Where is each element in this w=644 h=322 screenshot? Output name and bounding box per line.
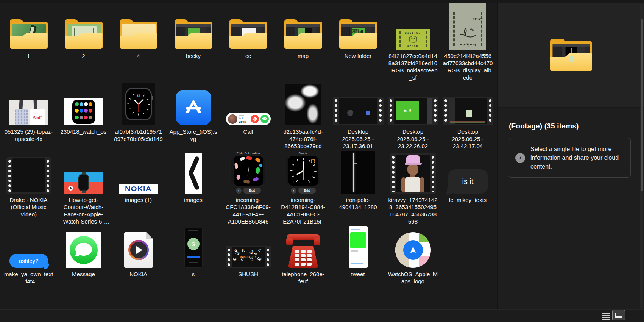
file-tile[interactable]: iron-pole-4904134_1280 xyxy=(331,151,385,225)
file-thumbnail: MON10 xyxy=(122,81,155,125)
scrollbar-track[interactable] xyxy=(640,4,643,309)
folder-icon xyxy=(175,10,212,50)
file-grid: 124beckyccmapWHO'S CALLINGNew folderDIGI… xyxy=(0,3,497,309)
file-name: cc xyxy=(245,52,251,59)
file-tile[interactable]: NOKIA xyxy=(111,225,166,296)
file-tile[interactable]: Message xyxy=(56,225,111,296)
video-thumbnail: 3333333333MUSICALITY xyxy=(226,225,271,268)
video-thumbnail xyxy=(390,151,436,194)
file-tile[interactable]: 3333333333MUSICALITYSHUSH xyxy=(221,225,276,296)
file-name: Desktop 2025.06.25 - 23.22.26.02 xyxy=(388,128,438,150)
folder-icon xyxy=(10,10,48,50)
file-thumbnail: Simple♪↑Edit xyxy=(285,151,321,194)
file-tile[interactable]: WatchOS_Apple_Maps_logo xyxy=(385,225,440,296)
info-text: Select a single file to get more informa… xyxy=(530,145,624,171)
file-tile[interactable]: Drake - NOKIA (Official Music Video) xyxy=(1,151,56,225)
file-name: Call xyxy=(243,128,253,135)
folder-icon: WHO'S CALLING xyxy=(339,10,377,50)
file-tile[interactable]: kiravvy_1749741428_3653415502495164787_4… xyxy=(385,151,440,225)
file-name: af07bf37b1d19571897e70bf05c9d149 xyxy=(114,128,164,142)
file-thumbnail: Staff xyxy=(9,81,48,125)
file-tile[interactable]: d2c135aa-fc4d-474e-876f-86653bce79cd xyxy=(276,81,331,151)
file-name: 230418_watch_os xyxy=(61,128,107,135)
file-tile[interactable]: Freigabe12:31450e214f4f2a4556ad77033cbd4… xyxy=(440,10,495,81)
svg-text:♪: ♪ xyxy=(292,180,293,184)
file-name: Drake - NOKIA (Official Music Video) xyxy=(4,196,54,218)
info-icon: i xyxy=(515,153,525,163)
file-thumbnail: DIGITALSPACE xyxy=(396,10,430,50)
selection-summary: (Footage) (35 items) xyxy=(509,122,633,130)
file-tile[interactable]: becky xyxy=(166,10,221,81)
file-tile[interactable]: map xyxy=(276,10,331,81)
file-name: 450e214f4f2a4556ad77033cbd44c470_RGB_dis… xyxy=(443,52,493,81)
file-name: incoming-CFC1A338-8F09-441E-AF4F-A100EB8… xyxy=(223,196,273,225)
file-name: 84f21827ce0a4d148a3137bfd216ed10_RGB_nok… xyxy=(388,52,438,81)
info-box: i Select a single file to get more infor… xyxy=(509,138,631,178)
file-name: telephone_260e-fe0f xyxy=(278,270,328,285)
file-name: Desktop 2025.06.25 - 23.42.17.04 xyxy=(443,128,493,150)
file-tile[interactable]: is itle_mikey_texts xyxy=(440,151,495,225)
file-tile[interactable]: Desktop 2025.06.25 - 23.42.17.04 xyxy=(440,81,495,151)
file-thumbnail: is it xyxy=(448,151,488,194)
file-tile[interactable]: DIGITALSPACE84f21827ce0a4d148a3137bfd216… xyxy=(385,10,440,81)
file-name: incoming-D412B194-C884-4AC1-8BEC-E2A70F2… xyxy=(278,196,328,225)
file-tile[interactable]: NOKIAimages (1) xyxy=(111,151,166,225)
scrollbar-thumb[interactable] xyxy=(641,19,643,191)
file-name: images xyxy=(184,196,202,203)
file-thumbnail xyxy=(349,225,368,268)
file-tile[interactable]: tweet xyxy=(331,225,385,296)
file-name: tweet xyxy=(351,270,365,278)
file-tile[interactable]: Staff051325 (29)-topaz-upscale-4x xyxy=(1,81,56,151)
thumbnail-view-icon xyxy=(615,313,622,318)
folder-icon xyxy=(284,10,322,50)
file-thumbnail: ashley? xyxy=(9,225,48,268)
video-thumbnail xyxy=(6,151,51,194)
file-tile[interactable]: is itDesktop 2025.06.25 - 23.22.26.02 xyxy=(385,81,440,151)
file-tile[interactable]: cc xyxy=(221,10,276,81)
preview-folder-icon xyxy=(550,39,592,72)
file-thumbnail xyxy=(395,225,431,268)
file-tile[interactable]: Simple♪↑Editincoming-D412B194-C884-4AC1-… xyxy=(276,151,331,225)
folder-icon xyxy=(229,10,267,50)
file-thumbnail: S xyxy=(184,225,203,268)
thumbnail-view-button[interactable] xyxy=(612,310,625,320)
file-tile[interactable]: telephone_260e-fe0f xyxy=(276,225,331,296)
file-name: d2c135aa-fc4d-474e-876f-86653bce79cd xyxy=(278,128,328,150)
folder-icon xyxy=(65,10,103,50)
file-tile[interactable]: WHO'S CALLINGNew folder xyxy=(331,10,385,81)
file-tile[interactable]: Desktop 2025.06.25 - 23.17.36.01 xyxy=(331,81,385,151)
file-tile[interactable]: is it Boyo☎☎Call xyxy=(221,81,276,151)
file-thumbnail: is it Boyo☎☎ xyxy=(226,81,271,125)
file-tile[interactable]: 2 xyxy=(56,10,111,81)
file-tile[interactable]: Pride Celebration↑Editincoming-CFC1A338-… xyxy=(221,151,276,225)
file-name: images (1) xyxy=(125,196,152,203)
video-thumbnail: is it xyxy=(388,81,438,125)
file-name: NOKIA xyxy=(129,270,147,278)
folder-icon xyxy=(120,10,157,50)
file-tile[interactable]: 230418_watch_os xyxy=(56,81,111,151)
file-tile[interactable]: 4 xyxy=(111,10,166,81)
file-name: 051325 (29)-topaz-upscale-4x xyxy=(4,128,54,142)
details-view-button[interactable] xyxy=(602,311,610,320)
file-name: le_mikey_texts xyxy=(449,196,487,203)
file-tile[interactable]: App_Store_(iOS).svg xyxy=(166,81,221,151)
file-name: Desktop 2025.06.25 - 23.17.36.01 xyxy=(333,128,383,150)
file-tile[interactable]: MON10af07bf37b1d19571897e70bf05c9d149 xyxy=(111,81,166,151)
file-tile[interactable]: ashley?make_ya_own_text_f4t4 xyxy=(1,225,56,296)
file-name: Message xyxy=(72,270,95,278)
file-thumbnail xyxy=(341,151,375,194)
file-thumbnail xyxy=(285,225,321,268)
details-panel: (Footage) (35 items) i Select a single f… xyxy=(497,3,644,322)
file-thumbnail: NOKIA xyxy=(119,151,158,194)
file-tile[interactable]: Ss xyxy=(166,225,221,296)
file-thumbnail xyxy=(176,81,211,125)
file-thumbnail xyxy=(285,81,321,125)
file-name: SHUSH xyxy=(238,270,258,278)
file-name: 4 xyxy=(137,52,140,59)
file-tile[interactable]: images xyxy=(166,151,221,225)
window-top-border xyxy=(0,0,644,3)
file-name: 1 xyxy=(27,52,30,59)
file-tile[interactable]: How-to-get-Contour-Watch-Face-on-Apple-W… xyxy=(56,151,111,225)
file-tile[interactable]: 1 xyxy=(1,10,56,81)
file-name: 2 xyxy=(82,52,85,59)
